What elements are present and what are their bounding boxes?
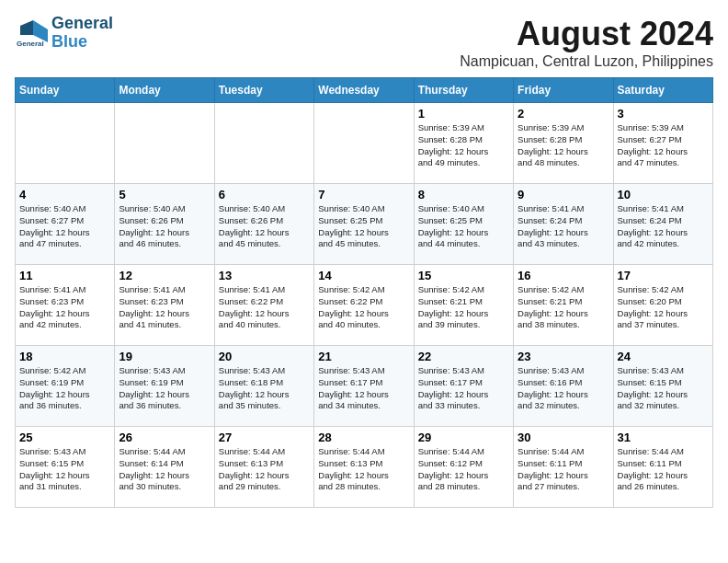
day-number: 10 <box>618 188 709 201</box>
day-number: 2 <box>518 107 609 121</box>
calendar-cell: 13Sunrise: 5:41 AM Sunset: 6:22 PM Dayli… <box>214 265 313 346</box>
calendar-body: 1Sunrise: 5:39 AM Sunset: 6:28 PM Daylig… <box>16 103 713 508</box>
cell-content: Sunrise: 5:43 AM Sunset: 6:16 PM Dayligh… <box>518 365 609 412</box>
day-number: 6 <box>219 188 310 201</box>
cell-content: Sunrise: 5:40 AM Sunset: 6:26 PM Dayligh… <box>119 203 210 250</box>
calendar-table: SundayMondayTuesdayWednesdayThursdayFrid… <box>15 77 713 508</box>
day-number: 26 <box>119 431 210 444</box>
calendar-cell: 20Sunrise: 5:43 AM Sunset: 6:18 PM Dayli… <box>214 346 313 427</box>
week-row-4: 18Sunrise: 5:42 AM Sunset: 6:19 PM Dayli… <box>16 346 713 427</box>
cell-content: Sunrise: 5:40 AM Sunset: 6:26 PM Dayligh… <box>219 203 310 250</box>
cell-content: Sunrise: 5:44 AM Sunset: 6:11 PM Dayligh… <box>518 446 609 493</box>
calendar-cell: 31Sunrise: 5:44 AM Sunset: 6:11 PM Dayli… <box>613 427 712 508</box>
day-number: 5 <box>119 188 210 201</box>
column-header-thursday: Thursday <box>414 78 513 103</box>
column-header-monday: Monday <box>115 78 214 103</box>
day-number: 13 <box>219 269 310 282</box>
cell-content: Sunrise: 5:43 AM Sunset: 6:17 PM Dayligh… <box>418 365 509 412</box>
day-number: 15 <box>418 269 509 282</box>
day-number: 9 <box>518 188 609 201</box>
calendar-cell <box>16 103 115 184</box>
cell-content: Sunrise: 5:40 AM Sunset: 6:25 PM Dayligh… <box>318 203 409 250</box>
cell-content: Sunrise: 5:41 AM Sunset: 6:24 PM Dayligh… <box>618 203 709 250</box>
cell-content: Sunrise: 5:44 AM Sunset: 6:13 PM Dayligh… <box>219 446 310 493</box>
day-number: 17 <box>618 269 709 282</box>
calendar-cell: 11Sunrise: 5:41 AM Sunset: 6:23 PM Dayli… <box>16 265 115 346</box>
cell-content: Sunrise: 5:41 AM Sunset: 6:24 PM Dayligh… <box>518 203 609 250</box>
calendar-cell: 14Sunrise: 5:42 AM Sunset: 6:22 PM Dayli… <box>314 265 414 346</box>
day-number: 24 <box>618 350 709 363</box>
calendar-cell: 2Sunrise: 5:39 AM Sunset: 6:28 PM Daylig… <box>514 103 613 184</box>
location: Nampicuan, Central Luzon, Philippines <box>460 53 713 70</box>
week-row-2: 4Sunrise: 5:40 AM Sunset: 6:27 PM Daylig… <box>16 184 713 265</box>
calendar-cell <box>214 103 313 184</box>
day-number: 30 <box>518 431 609 444</box>
calendar-cell: 30Sunrise: 5:44 AM Sunset: 6:11 PM Dayli… <box>514 427 613 508</box>
cell-content: Sunrise: 5:39 AM Sunset: 6:27 PM Dayligh… <box>618 122 709 169</box>
cell-content: Sunrise: 5:42 AM Sunset: 6:20 PM Dayligh… <box>618 284 709 331</box>
calendar-cell <box>314 103 414 184</box>
column-header-saturday: Saturday <box>613 78 712 103</box>
calendar-cell <box>115 103 214 184</box>
cell-content: Sunrise: 5:40 AM Sunset: 6:27 PM Dayligh… <box>19 203 110 250</box>
column-header-sunday: Sunday <box>16 78 115 103</box>
title-block: August 2024 Nampicuan, Central Luzon, Ph… <box>460 15 713 70</box>
logo: General General Blue <box>15 15 113 52</box>
cell-content: Sunrise: 5:39 AM Sunset: 6:28 PM Dayligh… <box>518 122 609 169</box>
cell-content: Sunrise: 5:43 AM Sunset: 6:15 PM Dayligh… <box>618 365 709 412</box>
day-number: 29 <box>418 431 509 444</box>
day-number: 11 <box>19 269 110 282</box>
cell-content: Sunrise: 5:43 AM Sunset: 6:17 PM Dayligh… <box>318 365 409 412</box>
column-header-tuesday: Tuesday <box>214 78 313 103</box>
cell-content: Sunrise: 5:42 AM Sunset: 6:21 PM Dayligh… <box>518 284 609 331</box>
week-row-1: 1Sunrise: 5:39 AM Sunset: 6:28 PM Daylig… <box>16 103 713 184</box>
cell-content: Sunrise: 5:42 AM Sunset: 6:21 PM Dayligh… <box>418 284 509 331</box>
day-number: 1 <box>418 107 509 121</box>
calendar-cell: 24Sunrise: 5:43 AM Sunset: 6:15 PM Dayli… <box>613 346 712 427</box>
week-row-3: 11Sunrise: 5:41 AM Sunset: 6:23 PM Dayli… <box>16 265 713 346</box>
day-number: 3 <box>618 107 709 121</box>
cell-content: Sunrise: 5:43 AM Sunset: 6:18 PM Dayligh… <box>219 365 310 412</box>
cell-content: Sunrise: 5:43 AM Sunset: 6:15 PM Dayligh… <box>19 446 110 493</box>
day-number: 20 <box>219 350 310 363</box>
calendar-cell: 6Sunrise: 5:40 AM Sunset: 6:26 PM Daylig… <box>214 184 313 265</box>
svg-text:General: General <box>17 40 44 48</box>
logo-line2: Blue <box>51 33 113 52</box>
calendar-header-row: SundayMondayTuesdayWednesdayThursdayFrid… <box>16 78 713 103</box>
week-row-5: 25Sunrise: 5:43 AM Sunset: 6:15 PM Dayli… <box>16 427 713 508</box>
day-number: 4 <box>19 188 110 201</box>
day-number: 14 <box>318 269 409 282</box>
calendar-cell: 4Sunrise: 5:40 AM Sunset: 6:27 PM Daylig… <box>16 184 115 265</box>
month-title: August 2024 <box>460 15 713 53</box>
day-number: 8 <box>418 188 509 201</box>
cell-content: Sunrise: 5:41 AM Sunset: 6:22 PM Dayligh… <box>219 284 310 331</box>
calendar-cell: 7Sunrise: 5:40 AM Sunset: 6:25 PM Daylig… <box>314 184 414 265</box>
day-number: 25 <box>19 431 110 444</box>
calendar-cell: 18Sunrise: 5:42 AM Sunset: 6:19 PM Dayli… <box>16 346 115 427</box>
calendar-cell: 8Sunrise: 5:40 AM Sunset: 6:25 PM Daylig… <box>414 184 513 265</box>
calendar-cell: 5Sunrise: 5:40 AM Sunset: 6:26 PM Daylig… <box>115 184 214 265</box>
logo-line1: General <box>51 15 113 33</box>
page-header: General General Blue August 2024 Nampicu… <box>15 15 713 70</box>
cell-content: Sunrise: 5:41 AM Sunset: 6:23 PM Dayligh… <box>19 284 110 331</box>
day-number: 7 <box>318 188 409 201</box>
day-number: 22 <box>418 350 509 363</box>
cell-content: Sunrise: 5:42 AM Sunset: 6:19 PM Dayligh… <box>19 365 110 412</box>
day-number: 12 <box>119 269 210 282</box>
calendar-cell: 9Sunrise: 5:41 AM Sunset: 6:24 PM Daylig… <box>514 184 613 265</box>
calendar-cell: 3Sunrise: 5:39 AM Sunset: 6:27 PM Daylig… <box>613 103 712 184</box>
calendar-cell: 19Sunrise: 5:43 AM Sunset: 6:19 PM Dayli… <box>115 346 214 427</box>
calendar-cell: 26Sunrise: 5:44 AM Sunset: 6:14 PM Dayli… <box>115 427 214 508</box>
column-header-friday: Friday <box>514 78 613 103</box>
day-number: 27 <box>219 431 310 444</box>
logo-icon: General <box>15 17 48 50</box>
day-number: 18 <box>19 350 110 363</box>
day-number: 19 <box>119 350 210 363</box>
cell-content: Sunrise: 5:44 AM Sunset: 6:13 PM Dayligh… <box>318 446 409 493</box>
cell-content: Sunrise: 5:39 AM Sunset: 6:28 PM Dayligh… <box>418 122 509 169</box>
column-header-wednesday: Wednesday <box>314 78 414 103</box>
cell-content: Sunrise: 5:44 AM Sunset: 6:14 PM Dayligh… <box>119 446 210 493</box>
day-number: 23 <box>518 350 609 363</box>
calendar-cell: 1Sunrise: 5:39 AM Sunset: 6:28 PM Daylig… <box>414 103 513 184</box>
calendar-cell: 23Sunrise: 5:43 AM Sunset: 6:16 PM Dayli… <box>514 346 613 427</box>
